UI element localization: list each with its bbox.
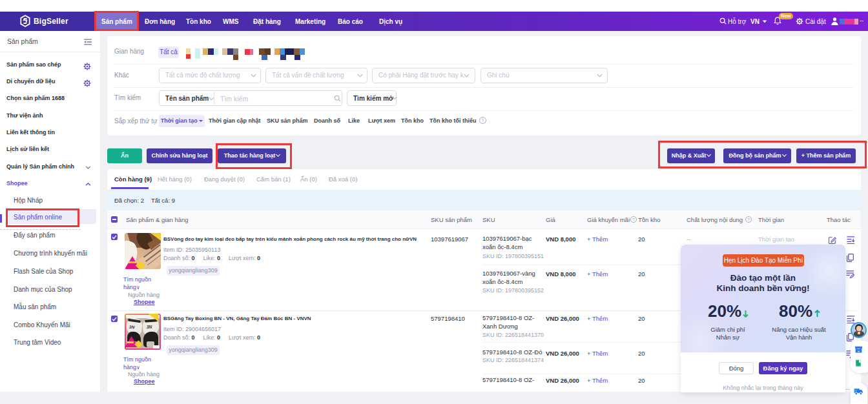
svg-text:?: ?: [632, 217, 635, 221]
svg-text:?: ?: [747, 217, 750, 221]
svg-text:?: ?: [482, 118, 484, 123]
